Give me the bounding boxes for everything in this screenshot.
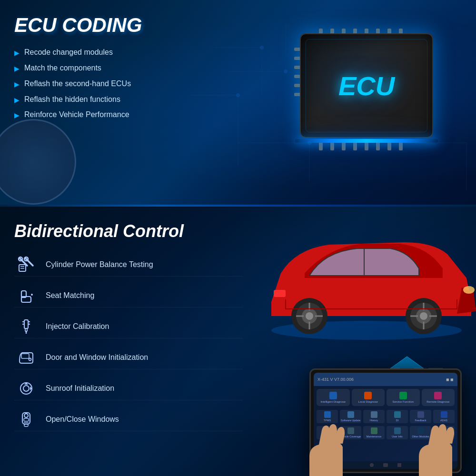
bottom-right-visuals: X-431 V V7.00.006 ◼ ◼ Intelligent Diagno… (238, 207, 476, 476)
svg-point-29 (31, 294, 33, 296)
icon-label: Intelligent Diagnose (320, 400, 346, 404)
feature-list: ▶ Recode changed modules ▶ Match the com… (14, 48, 167, 120)
svg-rect-43 (24, 418, 29, 421)
door-window-icon (14, 348, 38, 367)
arrow-icon: ▶ (14, 80, 20, 89)
svg-point-38 (29, 358, 31, 361)
ecu-coding-panel: ECU CODING ▶ Recode changed modules ▶ Ma… (0, 0, 176, 135)
arrow-icon: ▶ (14, 96, 20, 104)
bottom-section: Bidirectional Control Cylind (0, 207, 476, 476)
list-item: ▶ Match the components (14, 63, 167, 73)
tablet-status: ◼ ◼ (446, 377, 454, 382)
list-item: ▶ Recode changed modules (14, 48, 167, 58)
arrow-icon: ▶ (14, 111, 20, 119)
list-item-injector: Injector Calibration (14, 315, 243, 338)
svg-rect-65 (274, 290, 286, 297)
injector-icon (14, 317, 38, 336)
icon-label: Remote Diagnose (426, 400, 449, 404)
tablet-header: X-431 V V7.00.006 ◼ ◼ (314, 373, 457, 386)
top-section: ECU CODING ▶ Recode changed modules ▶ Ma… (0, 0, 476, 205)
tablet-icon-grid: Intelligent Diagnose Local Diagnose Serv… (314, 386, 457, 409)
arrow-icon: ▶ (14, 49, 20, 57)
cylinder-icon (14, 255, 38, 274)
list-item: ▶ Reflash the second-hand ECUs (14, 79, 167, 89)
car-visual (257, 216, 476, 340)
svg-point-42 (24, 414, 28, 417)
svg-point-48 (463, 286, 475, 294)
bidirectional-panel: Bidirectional Control Cylind (0, 207, 252, 476)
svg-rect-30 (24, 320, 28, 328)
icon-label: Local Diagnose (358, 400, 378, 404)
glow-effect (290, 129, 443, 148)
icon-label: Service Function (392, 400, 414, 404)
seat-icon (14, 286, 38, 305)
svg-rect-24 (19, 265, 26, 271)
list-item-door-window: Door and Window Initialization (14, 346, 243, 369)
control-list: Cylinder Power Balance Testing Seat Matc… (14, 253, 243, 431)
svg-point-56 (420, 312, 427, 320)
tablet-icon-service: Service Function (387, 389, 420, 406)
tablet-icon-remote: Remote Diagnose (422, 389, 455, 406)
list-item: ▶ Reinforce Vehicle Performance (14, 110, 167, 120)
windows-icon (14, 410, 38, 429)
list-item-seat: Seat Matching (14, 284, 243, 307)
ecu-title: ECU CODING (14, 14, 167, 36)
chip-label: ECU (338, 70, 395, 101)
svg-point-52 (306, 312, 313, 320)
chip-body: ECU (300, 33, 433, 138)
svg-rect-37 (21, 354, 29, 358)
bidir-title: Bidirectional Control (14, 221, 243, 241)
svg-point-40 (23, 386, 29, 391)
svg-rect-45 (24, 424, 28, 426)
tablet-icon-local: Local Diagnose (352, 389, 385, 406)
ecu-chip-panel: ECU (171, 0, 476, 205)
svg-point-14 (260, 46, 264, 50)
tablet-icon-intelligent: Intelligent Diagnose (317, 389, 350, 406)
ecu-chip-visual: ECU (276, 14, 457, 157)
hands-visual (295, 414, 466, 476)
svg-point-19 (236, 93, 240, 97)
list-item: ▶ Reflash the hidden functions (14, 95, 167, 105)
arrow-icon: ▶ (14, 64, 20, 73)
list-item-cylinder: Cylinder Power Balance Testing (14, 253, 243, 277)
list-item-sunroof: Sunroof Initialization (14, 377, 243, 400)
list-item-windows: Open/Close Windows (14, 408, 243, 431)
sunroof-icon (14, 379, 38, 398)
